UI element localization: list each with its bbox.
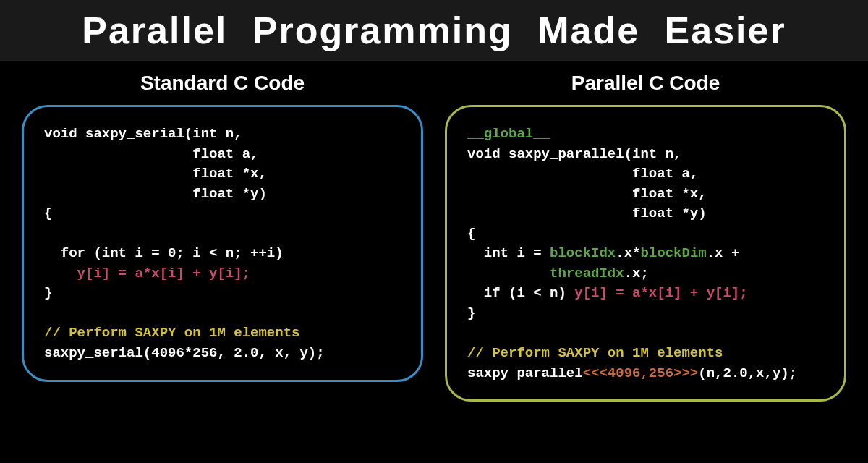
code-line: { [44,205,52,221]
code-line: saxpy_serial(4096*256, 2.0, x, y); [44,345,325,361]
left-codebox: void saxpy_serial(int n, float a, float … [22,105,423,382]
code-columns: Standard C Code void saxpy_serial(int n,… [0,61,868,402]
code-blockdim: blockDim [640,245,706,261]
code-line: y[i] = a*x[i] + y[i]; [44,266,250,281]
code-idx-prefix: int i = [467,245,550,261]
code-line: for (int i = 0; i < n; ++i) [44,245,284,261]
code-line: float a, [467,166,698,182]
code-line: float *y) [467,205,707,221]
code-if-body: y[i] = a*x[i] + y[i]; [574,285,747,301]
code-text: .x; [624,266,649,281]
code-call-prefix: saxpy_parallel [467,365,583,381]
code-line: { [467,226,475,242]
code-line: void saxpy_parallel(int n, [467,146,681,162]
code-line: void saxpy_serial(int n, [44,126,242,142]
code-line: float *x, [467,186,707,202]
right-codebox: __global__ void saxpy_parallel(int n, fl… [445,105,846,402]
page-title: Parallel Programming Made Easier [0,0,868,61]
code-comment: // Perform SAXPY on 1M elements [44,325,299,341]
code-text: .x* [616,245,640,261]
code-line: float *x, [44,166,267,182]
code-line: float a, [44,146,258,162]
code-text: .x + [707,245,740,261]
code-line: float *y) [44,186,267,202]
code-line: } [467,305,475,321]
right-column: Parallel C Code __global__ void saxpy_pa… [445,72,846,402]
left-subtitle: Standard C Code [140,72,305,95]
right-subtitle: Parallel C Code [571,72,720,95]
code-if-prefix: if (i < n) [467,285,574,301]
code-comment: // Perform SAXPY on 1M elements [467,345,723,361]
code-indent [467,266,550,281]
code-threadidx: threadIdx [550,266,624,281]
code-blockidx: blockIdx [550,245,616,261]
code-triple-angle: <<<4096,256>>> [583,365,699,381]
left-column: Standard C Code void saxpy_serial(int n,… [22,72,423,402]
code-line: } [44,285,52,301]
code-call-suffix: (n,2.0,x,y); [698,365,797,381]
code-line: __global__ [467,126,550,142]
